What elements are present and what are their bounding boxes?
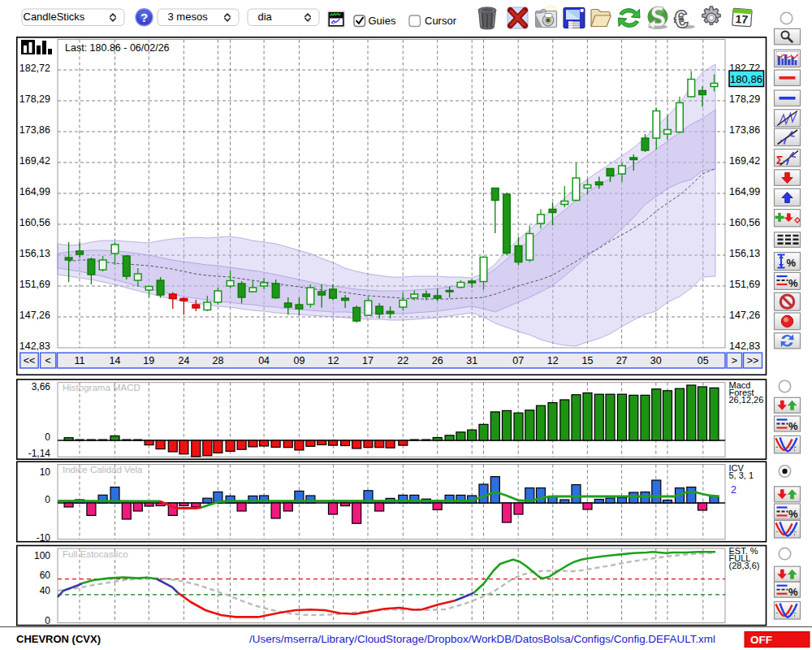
svg-text:160,56: 160,56 [729,217,760,228]
svg-text:40: 40 [40,585,51,596]
svg-text:142,83: 142,83 [19,340,50,352]
svg-text:147,26: 147,26 [729,310,760,321]
svg-text:0: 0 [45,494,50,505]
svg-text:173,86: 173,86 [19,124,50,136]
svg-text:10: 10 [40,466,51,478]
svg-text:OFF: OFF [750,634,772,646]
svg-text:%: % [787,257,797,269]
svg-text:178,29: 178,29 [19,93,50,105]
svg-text:05: 05 [698,355,709,366]
svg-text:Last: 180.86 - 06/02/26: Last: 180.86 - 06/02/26 [65,42,170,54]
svg-text:147,26: 147,26 [19,310,50,321]
svg-text:CHEVRON (CVX): CHEVRON (CVX) [16,633,101,645]
svg-text:>: > [732,355,737,366]
svg-text:19: 19 [143,355,154,366]
svg-text:24: 24 [178,355,189,366]
svg-text:164,99: 164,99 [729,186,760,197]
svg-text:30: 30 [650,355,662,366]
svg-text:3,66: 3,66 [32,381,51,392]
svg-text:180,86: 180,86 [730,73,762,85]
svg-text:142,83: 142,83 [729,340,760,352]
svg-text:12: 12 [547,355,559,366]
svg-text:15: 15 [581,355,593,366]
svg-text:156,13: 156,13 [729,248,760,259]
svg-text:17: 17 [362,355,374,366]
svg-text:0: 0 [45,431,50,443]
svg-text:26,12,26: 26,12,26 [729,395,764,405]
svg-text:31: 31 [466,355,477,366]
svg-text:3 mesos: 3 mesos [168,11,209,23]
svg-text:5, 3, 1: 5, 3, 1 [729,470,754,480]
svg-text:Full Estocastico: Full Estocastico [63,549,128,559]
svg-text:<<: << [24,355,36,366]
svg-text:/Users/mserra/Library/CloudSto: /Users/mserra/Library/CloudStorage/Dropb… [249,634,715,645]
svg-text:12: 12 [327,355,339,366]
svg-text:160,56: 160,56 [19,217,50,228]
svg-text:14: 14 [110,355,121,366]
svg-text:28: 28 [212,355,223,366]
svg-text:11: 11 [75,355,85,366]
svg-text:169,42: 169,42 [729,155,760,167]
svg-text:151,69: 151,69 [19,279,50,290]
svg-text:164,99: 164,99 [19,186,50,197]
svg-text:Indice Calidad Vela: Indice Calidad Vela [63,465,143,474]
svg-text:27: 27 [616,355,628,366]
svg-text:-1,14: -1,14 [28,448,51,459]
svg-text:156,13: 156,13 [19,248,50,259]
svg-text:100: 100 [34,550,50,561]
svg-text:04: 04 [258,355,270,366]
svg-text:>>: >> [747,355,759,366]
svg-text:%: % [788,420,798,432]
svg-text:09: 09 [293,355,304,366]
svg-text:Cursor: Cursor [425,15,457,27]
svg-text:CandleSticks: CandleSticks [24,11,85,23]
svg-text:-10: -10 [37,532,51,544]
svg-text:%: % [788,508,798,520]
svg-text:178,29: 178,29 [729,93,760,105]
svg-text:182,72: 182,72 [19,63,50,74]
svg-text:Histograma MACD: Histograma MACD [63,383,140,392]
svg-text:60: 60 [40,570,51,581]
svg-text:07: 07 [512,355,524,366]
svg-text:151,69: 151,69 [729,279,760,290]
svg-text:26: 26 [432,355,443,366]
svg-text:%: % [788,277,798,289]
svg-text:173,86: 173,86 [729,124,760,136]
svg-text:169,42: 169,42 [19,155,50,167]
svg-text:dia: dia [258,11,273,23]
svg-text:<: < [45,355,51,366]
svg-text:0: 0 [45,615,50,626]
svg-text:(28,3,6): (28,3,6) [729,561,760,570]
svg-text:2: 2 [731,484,736,496]
svg-text:17: 17 [735,12,749,26]
svg-text:Guies: Guies [369,15,396,27]
svg-text:%: % [788,586,798,598]
svg-text:?: ? [140,11,148,24]
svg-text:22: 22 [397,355,408,366]
